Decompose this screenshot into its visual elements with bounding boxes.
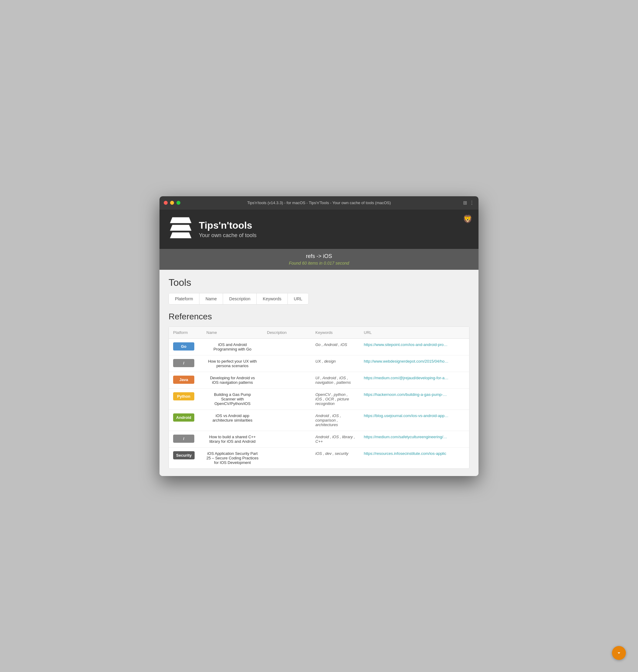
cell-url: https://resources.infosecinstitute.com/i… (359, 447, 469, 468)
col-header-platform: Platform (169, 327, 202, 339)
app-window: Tips'n'tools (v14.3.3) - for macOS - Tip… (160, 196, 479, 476)
cell-name: How to build a shared C++ library for iO… (202, 431, 263, 447)
url-link[interactable]: https://resources.infosecinstitute.com/i… (364, 451, 449, 456)
url-link[interactable]: https://hackernoon.com/building-a-gas-pu… (364, 392, 449, 397)
col-header-url: URL (359, 327, 469, 339)
platform-badge: Go (173, 342, 194, 350)
references-table: Platform Name Description Keywords URL G… (169, 327, 469, 468)
app-name: Tips'n'tools (199, 220, 256, 231)
tab-keywords[interactable]: Keywords (257, 293, 287, 304)
cell-platform: Java (169, 372, 202, 388)
cell-keywords: UI , Android , iOS , navigation , patter… (311, 372, 359, 388)
cell-description (263, 372, 311, 388)
cell-description (263, 339, 311, 355)
tools-section-title: Tools (169, 277, 469, 288)
cell-keywords: Go , Android , iOS (311, 339, 359, 355)
scroll-down-button[interactable] (612, 646, 626, 660)
cell-platform: Android (169, 410, 202, 431)
tab-description[interactable]: Description (223, 293, 257, 304)
tools-tabs: Plateform Name Description Keywords URL (169, 293, 309, 305)
close-button[interactable] (164, 201, 168, 205)
table-row: PythonBuilding a Gas Pump Scanner with O… (169, 388, 469, 410)
cell-description (263, 447, 311, 468)
cell-name: Developing for Android vs iOS navigation… (202, 372, 263, 388)
cell-name: iOS Application Security Part 25 – Secur… (202, 447, 263, 468)
titlebar-actions: ⊞ ⋮ (463, 200, 474, 206)
app-logo (169, 216, 193, 243)
cell-url: https://blog.usejournal.com/ios-vs-andro… (359, 410, 469, 431)
cell-platform: Security (169, 447, 202, 468)
logo-layer-3 (170, 232, 191, 238)
search-bar: refs -> iOS Found 60 items in 0.017 seco… (160, 249, 479, 270)
table-row: AndroidiOS vs Android app architecture s… (169, 410, 469, 431)
url-link[interactable]: https://medium.com/safetycultureengineer… (364, 435, 449, 439)
cell-name: How to perfect your UX with persona scen… (202, 355, 263, 372)
table-row: GoiOS and Android Programming with GoGo … (169, 339, 469, 355)
cell-url: https://medium.com/@jrejaud/developing-f… (359, 372, 469, 388)
url-link[interactable]: https://medium.com/@jrejaud/developing-f… (364, 376, 449, 380)
references-title: References (169, 312, 469, 322)
cell-platform: Go (169, 339, 202, 355)
url-link[interactable]: https://www.sitepoint.com/ios-and-androi… (364, 342, 449, 347)
tab-name[interactable]: Name (199, 293, 223, 304)
col-header-keywords: Keywords (311, 327, 359, 339)
app-header: Tips'n'tools Your own cache of tools 🦁 (160, 210, 479, 249)
cell-description (263, 431, 311, 447)
cell-keywords: UX , design (311, 355, 359, 372)
table-row: /How to perfect your UX with persona sce… (169, 355, 469, 372)
search-results: Found 60 items in 0.017 second (166, 261, 472, 265)
platform-badge: / (173, 435, 194, 443)
cell-name: iOS vs Android app architecture similari… (202, 410, 263, 431)
references-table-wrapper: Platform Name Description Keywords URL G… (169, 326, 469, 469)
platform-badge: Python (173, 392, 194, 400)
table-row: JavaDeveloping for Android vs iOS naviga… (169, 372, 469, 388)
tab-plateform[interactable]: Plateform (169, 293, 199, 304)
notification-icon[interactable]: 🦁 (463, 214, 472, 224)
cell-url: https://medium.com/safetycultureengineer… (359, 431, 469, 447)
logo-layer-2 (170, 225, 191, 230)
cell-name: Building a Gas Pump Scanner with OpenCV/… (202, 388, 263, 410)
cell-keywords: Android , iOS , comparison , architectur… (311, 410, 359, 431)
cell-keywords: OpenCV , python , iOS , OCR , picture re… (311, 388, 359, 410)
cell-url: https://www.sitepoint.com/ios-and-androi… (359, 339, 469, 355)
url-link[interactable]: http://www.webdesignerdepot.com/2015/04/… (364, 359, 449, 363)
search-query: refs -> iOS (166, 253, 472, 259)
cell-description (263, 388, 311, 410)
window-title: Tips'n'tools (v14.3.3) - for macOS - Tip… (247, 201, 391, 205)
cell-platform: / (169, 355, 202, 372)
cell-description (263, 410, 311, 431)
platform-badge: Android (173, 413, 194, 421)
cell-url: https://hackernoon.com/building-a-gas-pu… (359, 388, 469, 410)
url-link[interactable]: https://blog.usejournal.com/ios-vs-andro… (364, 413, 449, 418)
cell-name: iOS and Android Programming with Go (202, 339, 263, 355)
tab-url[interactable]: URL (288, 293, 308, 304)
app-title-block: Tips'n'tools Your own cache of tools (199, 220, 256, 239)
screen-icon[interactable]: ⊞ (463, 200, 467, 206)
table-row: SecurityiOS Application Security Part 25… (169, 447, 469, 468)
more-icon[interactable]: ⋮ (469, 200, 474, 206)
cell-platform: / (169, 431, 202, 447)
cell-keywords: Android , iOS , library , C++ (311, 431, 359, 447)
platform-badge: / (173, 359, 194, 367)
col-header-name: Name (202, 327, 263, 339)
maximize-button[interactable] (177, 201, 180, 205)
cell-description (263, 355, 311, 372)
cell-url: http://www.webdesignerdepot.com/2015/04/… (359, 355, 469, 372)
main-content: Tools Plateform Name Description Keyword… (160, 270, 479, 476)
minimize-button[interactable] (170, 201, 174, 205)
app-tagline: Your own cache of tools (199, 232, 256, 239)
platform-badge: Java (173, 376, 194, 384)
logo-layer-1 (170, 217, 191, 223)
cell-keywords: iOS , dev , security (311, 447, 359, 468)
table-row: /How to build a shared C++ library for i… (169, 431, 469, 447)
titlebar: Tips'n'tools (v14.3.3) - for macOS - Tip… (160, 196, 479, 210)
col-header-description: Description (263, 327, 311, 339)
cell-platform: Python (169, 388, 202, 410)
table-header-row: Platform Name Description Keywords URL (169, 327, 469, 339)
traffic-lights (164, 201, 180, 205)
platform-badge: Security (173, 451, 195, 460)
